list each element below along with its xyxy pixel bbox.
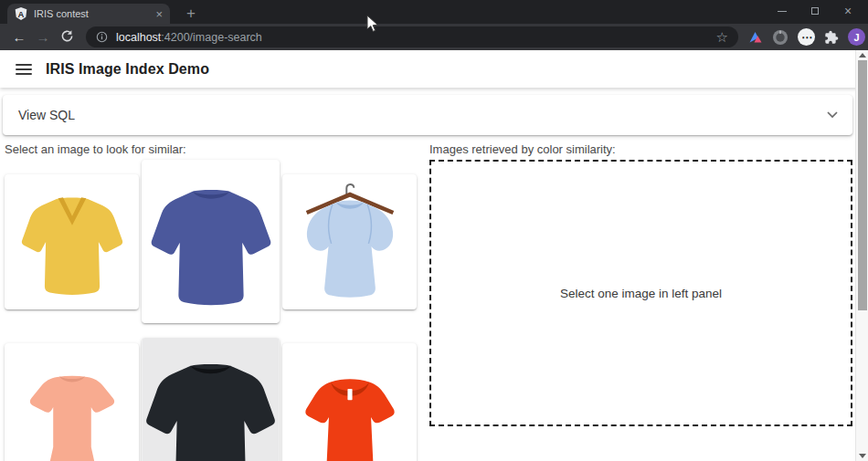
gallery-heading: Select an image to look for similar: [5,142,427,156]
profile-avatar[interactable]: J [848,28,865,46]
blue-crew-tee-image [147,174,275,309]
url-text: localhost:4200/image-search [116,31,262,44]
gallery-card-black-crew-tee[interactable] [142,338,280,461]
minimize-icon [778,11,787,12]
tab-close-icon[interactable]: × [155,8,163,20]
tab-title: IRIS contest [34,8,149,19]
view-sql-label: View SQL [18,108,827,122]
maximize-icon [811,7,819,15]
scrollbar-thumb[interactable] [858,60,867,310]
gallery-card-orange-crop-top[interactable] [282,343,417,461]
browser-toolbar: ← → localhost:4200/image-search ☆ ⋯ [0,24,868,50]
hamburger-menu-icon[interactable] [16,64,32,75]
results-heading: Images retrieved by color similarity: [429,142,852,156]
dots-extension-icon[interactable]: ⋯ [798,28,815,46]
results-panel: Images retrieved by color similarity: Se… [427,135,868,426]
black-crew-tee-image [142,338,280,461]
gallery-card-light-blue-blouse[interactable] [282,174,417,309]
view-sql-expansion-panel[interactable]: View SQL [3,95,852,135]
gallery-card-peach-onesie[interactable] [5,343,139,461]
bookmark-star-icon[interactable]: ☆ [716,29,728,46]
peach-onesie-image [15,360,130,461]
page-title: IRIS Image Index Demo [46,61,209,78]
maximize-button[interactable] [799,0,831,22]
new-tab-button[interactable]: + [180,3,202,25]
gallery-panel: Select an image to look for similar: [0,135,427,461]
colorful-extension-icon[interactable] [748,30,763,45]
app-header: IRIS Image Index Demo [0,50,868,88]
gallery-card-yellow-vneck-tee[interactable] [5,174,139,309]
address-bar[interactable]: localhost:4200/image-search ☆ [86,26,738,47]
window-close-button[interactable]: × [831,0,864,22]
empty-results-message: Select one image in left panel [560,287,722,300]
site-info-icon[interactable] [96,31,108,43]
minimize-button[interactable] [766,0,799,22]
image-grid [5,160,427,461]
back-button[interactable]: ← [7,29,31,45]
extensions-row: ⋯ J ⋮ [748,28,868,46]
app-page: IRIS Image Index Demo View SQL Select an… [0,50,868,461]
forward-button[interactable]: → [31,29,55,45]
scrollbar-down-arrow[interactable] [859,454,866,458]
gallery-card-blue-crew-tee[interactable] [142,160,280,323]
scrollbar-up-arrow[interactable] [859,53,866,58]
angular-favicon: A [15,7,27,20]
light-blue-blouse-image [293,180,407,304]
window-controls: × [766,0,864,22]
page-scrollbar[interactable] [855,50,868,461]
browser-tab[interactable]: A IRIS contest × [7,4,170,24]
main-content: Select an image to look for similar: [0,135,868,461]
reload-button[interactable] [55,29,79,46]
orange-crop-top-image [291,361,408,461]
reload-icon [60,29,74,43]
yellow-vneck-tee-image [18,184,126,299]
browser-tab-strip: A IRIS contest × + × [0,0,868,24]
chevron-down-icon[interactable] [827,111,838,119]
extensions-puzzle-icon[interactable] [824,30,839,45]
results-dropzone: Select one image in left panel [429,160,852,426]
svg-text:A: A [18,9,25,19]
gray-extension-icon[interactable] [772,29,789,46]
